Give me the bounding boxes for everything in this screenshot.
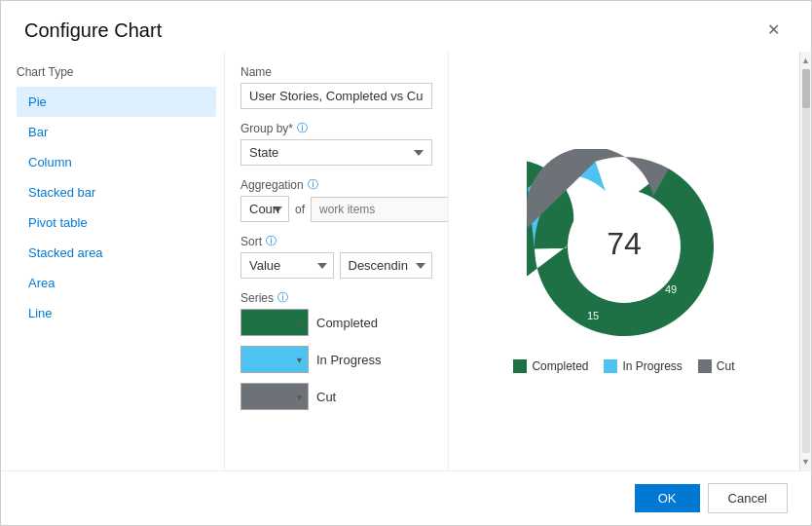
aggregation-label: Aggregation ⓘ (240, 177, 432, 192)
scrollbar-up-arrow[interactable]: ▲ (799, 54, 811, 67)
legend-label-completed: Completed (532, 359, 588, 373)
ok-button[interactable]: OK (635, 484, 700, 512)
chart-center-value: 74 (607, 226, 642, 261)
legend-swatch-cut (698, 359, 712, 373)
chart-type-panel: Chart Type Pie Bar Column Stacked bar Pi… (1, 52, 225, 470)
chart-label-completed: 49 (665, 283, 677, 295)
name-group: Name (240, 65, 432, 109)
configure-chart-dialog: Configure Chart ✕ Chart Type Pie Bar Col… (0, 0, 812, 526)
series-item-in-progress: ▾ In Progress (240, 346, 432, 373)
chart-type-item-area[interactable]: Area (17, 268, 216, 298)
sort-info-icon[interactable]: ⓘ (266, 234, 277, 248)
sort-direction-select[interactable]: Descendin (340, 252, 433, 279)
chart-label-in-progress: 15 (587, 310, 599, 321)
chart-type-label: Chart Type (17, 65, 224, 79)
aggregation-info-icon[interactable]: ⓘ (308, 177, 318, 192)
dialog-title: Configure Chart (24, 19, 162, 42)
chart-type-item-stacked-area[interactable]: Stacked area (17, 238, 216, 268)
series-color-chevron-cut: ▾ (297, 392, 302, 402)
series-item-cut: ▾ Cut (240, 383, 432, 410)
series-label: Series ⓘ (240, 290, 432, 305)
chart-legend: Completed In Progress Cut (513, 359, 734, 373)
chart-type-item-column[interactable]: Column (17, 147, 216, 177)
sort-label: Sort ⓘ (240, 234, 432, 248)
series-info-icon[interactable]: ⓘ (277, 290, 288, 305)
scrollbar-down-arrow[interactable]: ▼ (799, 455, 811, 469)
series-container: ▾ Completed ▾ In Progress ▾ Cut (240, 309, 432, 410)
aggregation-group: Aggregation ⓘ Coun of (240, 177, 432, 222)
legend-swatch-completed (513, 359, 527, 373)
legend-label-in-progress: In Progress (622, 359, 682, 373)
chart-type-item-line[interactable]: Line (17, 298, 216, 328)
series-label-cut: Cut (316, 390, 336, 404)
group-by-group: Group by* ⓘ State (240, 121, 432, 166)
sort-row: Value Descendin (240, 252, 432, 279)
legend-item-cut: Cut (698, 359, 735, 373)
dialog-header: Configure Chart ✕ (1, 1, 811, 52)
dialog-body: Chart Type Pie Bar Column Stacked bar Pi… (1, 52, 811, 470)
legend-item-completed: Completed (513, 359, 588, 373)
chart-type-item-pivot-table[interactable]: Pivot table (17, 207, 216, 238)
series-color-cut[interactable]: ▾ (240, 383, 309, 410)
series-color-chevron-completed: ▾ (297, 318, 302, 328)
aggregation-type-select[interactable]: Coun (240, 196, 289, 222)
series-color-completed[interactable]: ▾ (240, 309, 309, 336)
sort-value-select[interactable]: Value (240, 252, 334, 279)
legend-item-in-progress: In Progress (604, 359, 682, 373)
chart-container: 74 49 15 10 Completed In Progress (513, 149, 734, 373)
legend-label-cut: Cut (717, 359, 735, 373)
series-item-completed: ▾ Completed (240, 309, 432, 336)
chart-type-item-bar[interactable]: Bar (17, 117, 216, 147)
group-by-label: Group by* ⓘ (240, 121, 432, 135)
dialog-footer: OK Cancel (1, 470, 811, 525)
name-label: Name (240, 65, 432, 79)
chart-type-item-pie[interactable]: Pie (17, 87, 216, 117)
scrollbar-track (802, 69, 810, 453)
series-color-in-progress[interactable]: ▾ (240, 346, 309, 373)
aggregation-field-input[interactable] (311, 197, 449, 222)
config-panel: Name Group by* ⓘ State Aggregation ⓘ (225, 52, 449, 470)
aggregation-of-label: of (295, 203, 305, 216)
series-color-chevron-in-progress: ▾ (297, 355, 302, 365)
series-label-in-progress: In Progress (316, 353, 381, 367)
cancel-button[interactable]: Cancel (708, 483, 788, 513)
series-label-completed: Completed (316, 316, 378, 330)
sort-group: Sort ⓘ Value Descendin (240, 234, 432, 279)
chart-label-cut: 10 (607, 219, 618, 231)
series-group: Series ⓘ ▾ Completed ▾ In Progress ▾ Cut (240, 290, 432, 410)
name-input[interactable] (240, 83, 432, 109)
scrollbar[interactable]: ▲ ▼ (799, 52, 811, 470)
aggregation-row: Coun of (240, 196, 432, 222)
preview-panel: 74 49 15 10 Completed In Progress (449, 52, 799, 470)
group-by-info-icon[interactable]: ⓘ (297, 121, 308, 135)
donut-chart: 74 49 15 10 (527, 149, 721, 344)
scrollbar-thumb[interactable] (802, 69, 810, 108)
legend-swatch-in-progress (604, 359, 617, 373)
group-by-select[interactable]: State (240, 139, 432, 166)
close-button[interactable]: ✕ (759, 19, 788, 42)
chart-type-item-stacked-bar[interactable]: Stacked bar (17, 177, 216, 207)
